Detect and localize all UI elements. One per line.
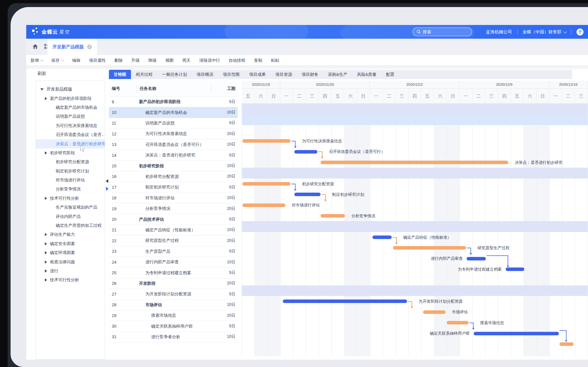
table-row-28[interactable]: 28市场评估10日 (109, 300, 238, 310)
tree-item[interactable]: 初步研究阶段 (36, 148, 105, 157)
table-row-17[interactable]: 17制定初步研究计划5日 (109, 182, 238, 193)
table-row-18[interactable]: 18对市场进行评估10日 (109, 193, 238, 203)
view-tab-甘特图[interactable]: 甘特图 (109, 70, 131, 79)
toolbar-button-复制[interactable]: 复制 (254, 58, 262, 63)
tree-item[interactable]: 初步研究分配资源 (36, 157, 105, 166)
view-tab-风险&质量[interactable]: 风险&质量 (352, 70, 381, 79)
table-row-14[interactable]: 14决策点：是否进行初步研究5日 (109, 150, 238, 161)
tree-item[interactable]: 评估内部产品 (36, 212, 105, 221)
toolbar-button-降级[interactable]: 降级 (148, 58, 157, 63)
tree-item[interactable]: 评估生产能力 (36, 230, 105, 239)
table-row-25[interactable]: 25为专利申请过程建立档案5日 (109, 267, 238, 278)
column-header-工期[interactable]: 工期 (215, 81, 235, 97)
view-tab-项目成果[interactable]: 项目成果 (244, 70, 271, 79)
tree-item[interactable]: 技术可行性分析 (36, 194, 105, 203)
table-row-16[interactable]: 16初步研究分配资源20日 (109, 172, 238, 182)
toolbar-button-周天[interactable]: 周天 (182, 58, 191, 63)
tree-item[interactable]: 新产品的初步筛选阶段 (36, 94, 105, 103)
gantt-bar[interactable] (372, 235, 392, 239)
view-tab-项目范围[interactable]: 项目范围 (218, 70, 244, 79)
tree-item[interactable]: 为可行性决策搜索信息 (36, 121, 105, 130)
gantt-bar[interactable] (242, 139, 290, 143)
gantt-bar[interactable] (447, 321, 469, 324)
toolbar-button-删除[interactable]: 删除 (114, 58, 123, 63)
table-row-21[interactable]: 21确定产品特征（性能标准）10日 (109, 225, 238, 235)
table-row-20[interactable]: 20产品技术评估5日 (109, 214, 238, 225)
tree-expand-icon[interactable] (45, 242, 47, 245)
table-row-30[interactable]: 30确定关联系抽样用户群5日 (109, 321, 238, 331)
table-row-10[interactable]: 10确定新产品的市场机会10日 (109, 107, 238, 118)
tree-item[interactable]: 确定安全因素 (36, 239, 105, 248)
refresh-button[interactable]: 刷新 (37, 71, 46, 76)
toolbar-button-自动排程[interactable]: 自动排程 (229, 58, 245, 63)
tree-item[interactable]: 制定初步研究计划 (36, 167, 105, 176)
tree-expand-icon[interactable] (45, 197, 47, 200)
gantt-bar[interactable] (321, 214, 345, 218)
table-row-9[interactable]: 9新产品的初步筛选阶段5日 (109, 97, 238, 107)
column-header-任务名称[interactable]: 任务名称 (140, 81, 210, 97)
tree-item[interactable]: 召开筛选委员会议（是否… (36, 130, 105, 139)
view-tab-配置[interactable]: 配置 (381, 70, 399, 79)
gantt-bar[interactable] (467, 257, 486, 260)
table-row-23[interactable]: 23生产原型产品5日 (109, 246, 238, 257)
gantt-bar[interactable] (283, 299, 407, 303)
tree-item[interactable]: 开发新品模版 (36, 85, 105, 94)
table-row-15[interactable]: 15初步研究阶段10日 (109, 161, 238, 171)
gantt-bar[interactable] (294, 193, 321, 196)
gantt-bar[interactable] (393, 246, 466, 250)
tree-expand-icon[interactable] (45, 251, 47, 254)
view-tab-采购&生产[interactable]: 采购&生产 (323, 70, 352, 79)
column-separator[interactable] (211, 85, 211, 92)
gantt-bar[interactable] (294, 150, 317, 154)
tree-item[interactable]: 说明新产品设想 (36, 112, 105, 121)
tree-item[interactable]: 检查法律问题 (36, 257, 105, 266)
toolbar-button-视图[interactable]: 视图 (165, 58, 174, 63)
expand-panel-icon[interactable] (106, 187, 109, 191)
view-tab-相关过程[interactable]: 相关过程 (131, 70, 157, 79)
table-row-11[interactable]: 11说明新产品设想5日 (109, 118, 238, 129)
user-org-menu[interactable]: 金蝶（中国）财务部 (523, 29, 566, 35)
toolbar-button-项目属性[interactable]: 项目属性 (89, 58, 106, 63)
tree-collapse-icon[interactable] (40, 88, 44, 91)
toolbar-button-保存[interactable]: 保存 (51, 58, 63, 63)
table-row-12[interactable]: 12为可行性决策搜索信息20日 (109, 129, 238, 139)
tree-expand-icon[interactable] (45, 269, 47, 273)
global-search-input[interactable]: 搜索 (412, 28, 472, 36)
company-name[interactable]: 蓝海机械公司 (486, 29, 512, 35)
table-row-26[interactable]: 26开发阶段20日 (109, 278, 238, 289)
gantt-bar[interactable] (474, 332, 559, 335)
tree-item[interactable]: 对市场进行评估 (36, 176, 105, 185)
table-row-22[interactable]: 22研究原型生产过程20日 (109, 235, 238, 246)
doc-tab-active[interactable]: 开发新产品模版 × (47, 39, 97, 55)
table-row-27[interactable]: 27为开发阶段计划分配资源5日 (109, 289, 238, 299)
toolbar-button-升级[interactable]: 升级 (131, 58, 140, 63)
tree-item[interactable]: 确定环境因素 (36, 248, 105, 257)
home-icon[interactable] (32, 44, 38, 50)
tree-expand-icon[interactable] (45, 151, 47, 155)
toolbar-button-粘贴[interactable]: 粘贴 (271, 58, 279, 63)
tree-item[interactable]: 技术可行性分析 (36, 275, 105, 284)
gantt-bar[interactable] (559, 342, 574, 346)
tree-item[interactable]: 确定新产品的市场机会 (36, 103, 105, 112)
gantt-bar[interactable] (242, 203, 285, 207)
tree-item[interactable]: 决策点：是否进行初步研究 (36, 139, 105, 148)
column-header-编号[interactable]: 编号 (112, 81, 137, 97)
gantt-bar[interactable] (506, 267, 524, 271)
table-row-31[interactable]: 31进行竞争者分析10日 (109, 332, 238, 342)
view-tab-项目财务[interactable]: 项目财务 (297, 70, 323, 79)
tree-expand-icon[interactable] (45, 233, 47, 236)
collapse-panel-icon[interactable] (106, 179, 108, 183)
table-row-29[interactable]: 29搜索市场信息20日 (109, 310, 238, 321)
gantt-bar[interactable] (321, 161, 508, 164)
table-row-19[interactable]: 19分析竞争情况20日 (109, 203, 238, 214)
tree-expand-icon[interactable] (45, 278, 47, 282)
column-separator[interactable] (136, 85, 137, 92)
tree-item[interactable]: 进行 (36, 267, 105, 275)
gantt-bar[interactable] (423, 310, 445, 314)
toolbar-button-编辑[interactable]: 编辑 (72, 58, 80, 63)
gantt-bar[interactable] (242, 182, 290, 186)
close-tab-icon[interactable]: × (87, 44, 92, 49)
table-row-13[interactable]: 13召开筛选委员会议（是否可行）10日 (109, 140, 238, 150)
toolbar-button-新增[interactable]: 新增 (30, 58, 43, 63)
view-tab-项目资源[interactable]: 项目资源 (271, 70, 297, 79)
